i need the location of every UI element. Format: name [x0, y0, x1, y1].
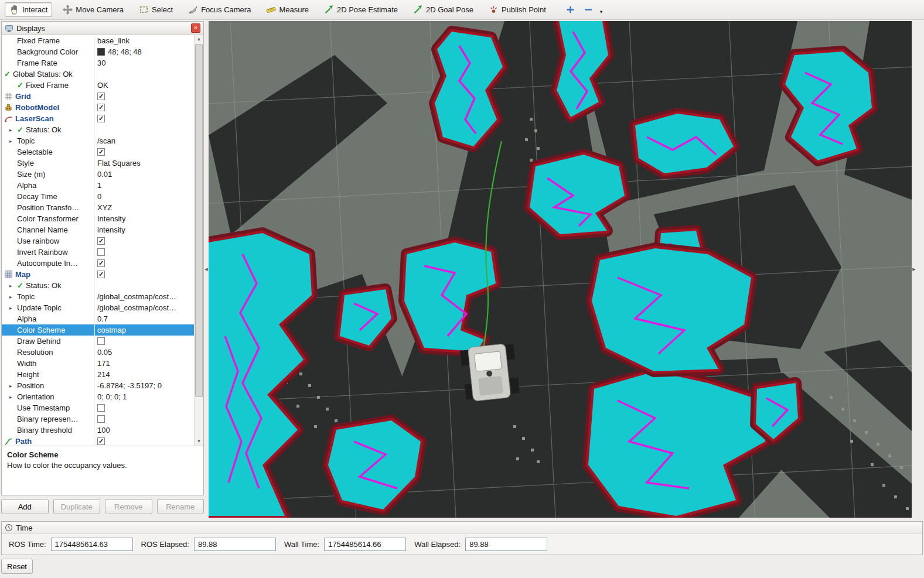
property-value-cell[interactable]: 0.7 — [94, 313, 195, 324]
scrollbar-thumb[interactable] — [195, 44, 203, 397]
property-row-alpha[interactable]: Alpha1 — [2, 180, 195, 191]
property-value-cell[interactable]: intensity — [94, 224, 195, 235]
tool-2d-pose-estimate[interactable]: 2D Pose Estimate — [319, 2, 403, 17]
add-button[interactable]: Add — [1, 499, 49, 514]
checkbox-checked[interactable] — [97, 93, 105, 100]
property-row-fixed-frame[interactable]: Fixed Framebase_link — [2, 35, 195, 46]
property-value-cell[interactable]: 48; 48; 48 — [94, 46, 195, 57]
property-row-frame-rate[interactable]: Frame Rate30 — [2, 57, 195, 69]
property-value-cell[interactable]: Intensity — [94, 213, 195, 224]
property-value-cell[interactable]: /global_costmap/cost… — [94, 291, 195, 302]
property-row-topic[interactable]: Topic/scan — [2, 135, 195, 146]
property-value-cell[interactable] — [94, 280, 195, 291]
tool-measure[interactable]: Measure — [261, 2, 313, 17]
property-value-cell[interactable]: 0.05 — [94, 347, 195, 358]
property-row-orientation[interactable]: Orientation0; 0; 0; 1 — [2, 391, 195, 402]
property-row-channel-name[interactable]: Channel Nameintensity — [2, 224, 195, 235]
checkbox-checked[interactable] — [97, 437, 105, 445]
property-value-cell[interactable]: /global_costmap/cost… — [94, 302, 195, 313]
property-row-binary-represen[interactable]: Binary represen… — [2, 413, 195, 425]
property-value-cell[interactable]: 0; 0; 0; 1 — [94, 391, 195, 402]
render-view[interactable] — [209, 21, 912, 518]
property-value-cell[interactable]: 1 — [94, 180, 195, 191]
property-row-size-m[interactable]: Size (m)0.01 — [2, 169, 195, 180]
checkbox-unchecked[interactable] — [97, 337, 105, 345]
property-row-width[interactable]: Width171 — [2, 358, 195, 369]
property-row-alpha[interactable]: Alpha0.7 — [2, 313, 195, 324]
tool-focus-camera[interactable]: Focus Camera — [183, 2, 255, 17]
property-row-selectable[interactable]: Selectable — [2, 146, 195, 158]
time-panel-header[interactable]: Time — [2, 522, 922, 534]
property-value-cell[interactable]: 171 — [94, 358, 195, 369]
property-row-draw-behind[interactable]: Draw Behind — [2, 336, 195, 347]
splitter-left[interactable] — [204, 21, 209, 518]
wall-elapsed-input[interactable] — [465, 538, 547, 551]
checkbox-unchecked[interactable] — [97, 404, 105, 412]
close-panel-button[interactable] — [191, 23, 200, 33]
property-value-cell[interactable] — [94, 436, 195, 446]
expander-icon[interactable] — [9, 127, 17, 133]
display-row-path[interactable]: Path — [2, 436, 195, 446]
add-tool-button[interactable] — [564, 3, 577, 16]
property-row-status-ok[interactable]: Status: Ok — [2, 280, 195, 291]
property-row-resolution[interactable]: Resolution0.05 — [2, 347, 195, 358]
property-value-cell[interactable] — [94, 413, 195, 425]
property-value-cell[interactable] — [94, 336, 195, 347]
checkbox-checked[interactable] — [97, 237, 105, 245]
expander-icon[interactable] — [9, 283, 17, 289]
property-row-use-rainbow[interactable]: Use rainbow — [2, 235, 195, 247]
color-swatch[interactable] — [97, 48, 105, 56]
property-value-cell[interactable]: 30 — [94, 57, 195, 69]
checkbox-checked[interactable] — [97, 115, 105, 122]
tool-2d-goal-pose[interactable]: 2D Goal Pose — [408, 2, 478, 17]
property-value-cell[interactable]: 214 — [94, 369, 195, 380]
displays-panel-header[interactable]: Displays — [2, 22, 203, 35]
property-row-style[interactable]: StyleFlat Squares — [2, 158, 195, 169]
display-row-laserscan[interactable]: LaserScan — [2, 113, 195, 124]
expander-icon[interactable] — [9, 138, 17, 144]
property-value-cell[interactable]: /scan — [94, 135, 195, 146]
checkbox-checked[interactable] — [97, 259, 105, 267]
reset-button[interactable]: Reset — [1, 559, 33, 574]
checkbox-checked[interactable] — [97, 271, 105, 278]
property-value-cell[interactable]: 0 — [94, 191, 195, 202]
remove-tool-button[interactable] — [582, 3, 595, 16]
tool-interact[interactable]: Interact — [5, 2, 52, 17]
expander-icon[interactable] — [9, 305, 17, 311]
property-value-cell[interactable]: base_link — [94, 35, 195, 46]
property-row-position[interactable]: Position-6.8784; -3.5197; 0 — [2, 380, 195, 391]
expander-icon[interactable] — [9, 394, 17, 400]
property-row-decay-time[interactable]: Decay Time0 — [2, 191, 195, 202]
scrollbar-up-icon[interactable] — [195, 35, 203, 43]
property-row-global-status-ok[interactable]: Global Status: Ok — [2, 69, 195, 80]
wall-time-input[interactable] — [324, 538, 406, 551]
expander-icon[interactable] — [9, 294, 17, 300]
display-row-grid[interactable]: Grid — [2, 91, 195, 102]
splitter-right[interactable] — [912, 21, 916, 518]
property-row-autocompute-in[interactable]: Autocompute In… — [2, 258, 195, 269]
property-value-cell[interactable] — [94, 247, 195, 258]
property-row-use-timestamp[interactable]: Use Timestamp — [2, 402, 195, 413]
property-value-cell[interactable] — [94, 113, 195, 124]
ros-time-input[interactable] — [51, 538, 133, 551]
tool-move-camera[interactable]: Move Camera — [58, 2, 128, 17]
property-value-cell[interactable] — [94, 124, 195, 135]
property-value-cell[interactable]: -6.8784; -3.5197; 0 — [94, 380, 195, 391]
display-row-robotmodel[interactable]: RobotModel — [2, 102, 195, 113]
property-value-cell[interactable] — [94, 258, 195, 269]
property-value-cell[interactable]: 0.01 — [94, 169, 195, 180]
property-row-invert-rainbow[interactable]: Invert Rainbow — [2, 247, 195, 258]
expander-icon[interactable] — [9, 383, 17, 389]
property-row-binary-threshold[interactable]: Binary threshold100 — [2, 425, 195, 436]
checkbox-unchecked[interactable] — [97, 248, 105, 256]
property-value-cell[interactable] — [94, 235, 195, 247]
checkbox-checked[interactable] — [97, 104, 105, 111]
property-value-cell[interactable]: costmap — [94, 324, 195, 336]
tool-publish-point[interactable]: Publish Point — [484, 2, 551, 17]
ros-elapsed-input[interactable] — [194, 538, 276, 551]
property-value-cell[interactable]: XYZ — [94, 202, 195, 213]
checkbox-unchecked[interactable] — [97, 415, 105, 423]
property-row-color-scheme[interactable]: Color Schemecostmap — [2, 324, 195, 336]
property-row-height[interactable]: Height214 — [2, 369, 195, 380]
property-row-status-ok[interactable]: Status: Ok — [2, 124, 195, 135]
